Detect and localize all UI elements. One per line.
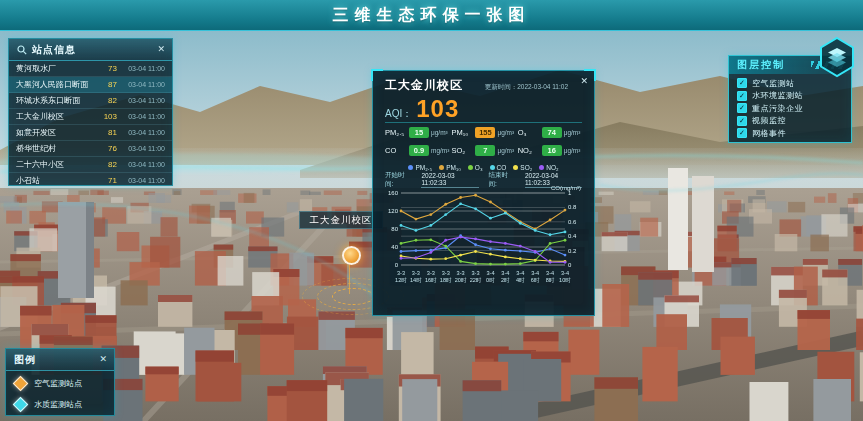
- pollutant-label: PM₂.₅: [385, 128, 409, 137]
- tower-left-shade: [86, 202, 94, 298]
- pollutant-value-badge: 0.9: [409, 145, 429, 156]
- chart-legend-item[interactable]: SO₂: [513, 164, 532, 171]
- chart-legend-item[interactable]: CO: [490, 164, 507, 171]
- pollutant-value-badge: 155: [475, 127, 495, 138]
- station-name: 桥华世纪村: [16, 143, 95, 154]
- station-row[interactable]: 如意开发区8103-04 11:00: [9, 125, 172, 141]
- svg-text:0.2: 0.2: [568, 248, 577, 254]
- station-value: 82: [95, 96, 117, 105]
- station-panel-title: 站点信息: [32, 43, 76, 57]
- svg-text:120: 120: [388, 208, 399, 214]
- layers-hexagon-icon[interactable]: [818, 36, 856, 78]
- station-name: 二十六中小区: [16, 159, 95, 170]
- station-value: 87: [95, 80, 117, 89]
- chart-legend-item[interactable]: O₃: [468, 164, 483, 171]
- page-title: 三维生态环保一张图: [333, 5, 531, 26]
- station-panel-header: 站点信息 ✕: [9, 39, 172, 61]
- station-row[interactable]: 环城水系东口断面8203-04 11:00: [9, 93, 172, 109]
- svg-text:3-316时: 3-316时: [425, 270, 437, 283]
- svg-text:0: 0: [395, 262, 399, 268]
- station-row[interactable]: 工大金川校区10303-04 11:00: [9, 109, 172, 125]
- layer-label: 水环境监测站: [752, 90, 803, 101]
- legend-dot-icon: [539, 165, 544, 170]
- station-value: 103: [95, 112, 117, 121]
- layer-item[interactable]: ✓空气监测站: [729, 77, 851, 90]
- tower-right-2: [692, 176, 714, 272]
- station-row[interactable]: 桥华世纪村7603-04 11:00: [9, 141, 172, 157]
- station-name: 大黑河人民路口断面: [16, 79, 95, 90]
- chart-legend-item[interactable]: PM₁₀: [439, 164, 461, 171]
- station-detail-popup: 工大金川校区 更新时间：2022-03-04 11:02 ✕ AQI： 103 …: [372, 70, 595, 316]
- station-time: 03-04 11:00: [117, 65, 165, 72]
- close-icon[interactable]: ✕: [580, 74, 588, 88]
- station-time: 03-04 11:00: [117, 129, 165, 136]
- popup-header: 工大金川校区 更新时间：2022-03-04 11:02 ✕: [385, 77, 582, 95]
- app-root: 三维生态环保一张图 工大金川校区 站点信息 ✕ 黄河取水厂7303-04 11:…: [0, 0, 863, 421]
- station-value: 82: [95, 160, 117, 169]
- svg-text:40: 40: [391, 244, 398, 250]
- legend-dot-icon: [439, 165, 444, 170]
- layer-items: ✓空气监测站✓水环境监测站✓重点污染企业✓视频监控✓网格事件: [729, 74, 851, 140]
- svg-text:3-320时: 3-320时: [455, 270, 467, 283]
- svg-text:3-314时: 3-314时: [410, 270, 422, 283]
- checkbox-icon[interactable]: ✓: [737, 78, 747, 88]
- pollutant-trend-chart: 0408012016000.20.40.60.81CO(mg/m³)3-312时…: [385, 185, 582, 291]
- search-icon[interactable]: [17, 45, 27, 55]
- checkbox-icon[interactable]: ✓: [737, 116, 747, 126]
- map-legend-panel: 图例 ✕ 空气监测站点水质监测站点: [5, 348, 115, 416]
- station-rows: 黄河取水厂7303-04 11:00大黑河人民路口断面8703-04 11:00…: [9, 61, 172, 189]
- pollutant-unit: μg/m³: [564, 129, 581, 136]
- legend-dot-icon: [513, 165, 518, 170]
- popup-title: 工大金川校区: [385, 77, 463, 94]
- checkbox-icon[interactable]: ✓: [737, 128, 747, 138]
- chart-legend-item[interactable]: NO₂: [539, 164, 558, 171]
- pollutant-unit: μg/m³: [564, 147, 581, 154]
- pollutant-unit: μg/m³: [497, 129, 514, 136]
- station-time: 03-04 11:00: [117, 97, 165, 104]
- pollutant-value-badge: 74: [542, 127, 562, 138]
- station-row[interactable]: 大黑河人民路口断面8703-04 11:00: [9, 77, 172, 93]
- station-time: 03-04 11:00: [117, 81, 165, 88]
- layer-item[interactable]: ✓视频监控: [729, 115, 851, 128]
- chart-legend-label: NO₂: [546, 164, 558, 171]
- layer-item[interactable]: ✓水环境监测站: [729, 90, 851, 103]
- chart-legend-label: PM₁₀: [446, 164, 461, 171]
- pollutant-value-badge: 15: [409, 127, 429, 138]
- legend-item: 水质监测站点: [6, 394, 114, 415]
- divider: [385, 122, 582, 123]
- layer-item[interactable]: ✓重点污染企业: [729, 102, 851, 115]
- station-row[interactable]: 黄河取水厂7303-04 11:00: [9, 61, 172, 77]
- station-row[interactable]: 二十六中小区8203-04 11:00: [9, 157, 172, 173]
- chart-legend-item[interactable]: PM₂.₅: [408, 164, 432, 171]
- station-time: 03-04 11:00: [117, 113, 165, 120]
- station-value: 71: [95, 176, 117, 185]
- legend-panel-header: 图例 ✕: [6, 349, 114, 371]
- station-row[interactable]: 小召站7103-04 11:00: [9, 173, 172, 189]
- station-value: 76: [95, 144, 117, 153]
- svg-text:3-46时: 3-46时: [531, 270, 540, 283]
- svg-text:CO(mg/m³): CO(mg/m³): [551, 185, 581, 191]
- time-range-row: 开始时间: 2022-03-03 11:02:33 结束时间: 2022-03-…: [385, 175, 582, 185]
- station-marker-icon[interactable]: [342, 246, 361, 265]
- layer-label: 网格事件: [752, 128, 786, 139]
- svg-text:3-312时: 3-312时: [395, 270, 407, 283]
- aqi-value: 103: [416, 95, 459, 123]
- map-station-label[interactable]: 工大金川校区: [299, 211, 383, 229]
- pollutant-unit: μg/m³: [431, 129, 448, 136]
- pollutant-label: O₃: [518, 128, 542, 137]
- close-icon[interactable]: ✕: [99, 352, 108, 366]
- marker-icon: [13, 376, 29, 392]
- marker-icon: [13, 397, 29, 413]
- checkbox-icon[interactable]: ✓: [737, 103, 747, 113]
- chart-legend: PM₂.₅PM₁₀O₃COSO₂NO₂: [385, 162, 582, 172]
- station-time: 03-04 11:00: [117, 177, 165, 184]
- station-name: 如意开发区: [16, 127, 95, 138]
- close-icon[interactable]: ✕: [157, 42, 166, 56]
- station-name: 工大金川校区: [16, 111, 95, 122]
- pollutant-cell: PM₂.₅15μg/m³: [385, 127, 449, 138]
- layer-item[interactable]: ✓网格事件: [729, 127, 851, 140]
- checkbox-icon[interactable]: ✓: [737, 91, 747, 101]
- svg-text:0.8: 0.8: [568, 204, 577, 210]
- legend-items: 空气监测站点水质监测站点: [6, 371, 114, 415]
- pollutant-value-badge: 7: [475, 145, 495, 156]
